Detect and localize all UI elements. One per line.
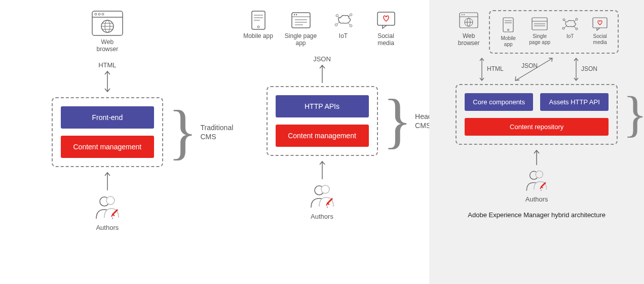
svg-point-44 [464,14,465,15]
column-hybrid: Web browser Mobile app Single page app I… [429,0,644,284]
svg-point-59 [576,28,578,30]
svg-point-28 [350,14,352,16]
svg-line-62 [564,26,566,28]
svg-text:JSON: JSON [521,62,538,69]
svg-point-29 [335,24,337,26]
icon-iot: IoT [559,16,581,48]
authors-icon [93,193,122,222]
icon-web-browser: Web browser [91,10,124,53]
svg-point-43 [462,14,463,15]
brace-hybrid: } Hybrid CMS [623,84,644,145]
social-icon [592,16,608,31]
spa-icon [291,10,311,30]
svg-text:JSON: JSON [581,65,597,72]
svg-point-30 [350,25,352,27]
icon-social: Social media [588,16,612,48]
arrow-up-icon [533,148,540,165]
block-assets-api: Assets HTTP API [540,93,609,111]
arrow-up-icon [104,170,111,190]
arrow-up-authors [104,170,111,190]
cms-container: HTTP APIs Content management [267,86,378,156]
top-icons: Web browser [91,10,124,53]
authors-icon [524,168,549,193]
block-core-components: Core components [465,93,533,111]
arrow-up-icon [319,63,326,83]
hybrid-caption: Adobe Experience Manager hybrid architec… [468,211,605,219]
svg-point-4 [102,13,104,15]
svg-point-22 [293,14,294,15]
icon-social: Social media [370,10,402,47]
arrow-up-down-icon [104,69,111,94]
svg-line-34 [348,23,350,25]
icon-iot: IoT [327,10,360,47]
arrow-up-authors [533,148,540,165]
arrow-up-authors [319,159,326,179]
svg-rect-35 [377,12,395,25]
block-content-mgmt: Content management [61,136,154,158]
arrow-up-icon [319,159,326,179]
authors-icon [308,182,336,211]
svg-point-58 [562,27,564,29]
top-icons: Mobile app Single page app IoT Social me… [242,10,402,47]
column-headless: Mobile app Single page app IoT Social me… [215,0,430,284]
authors-label: Authors [96,224,119,231]
block-http-apis: HTTP APIs [276,95,369,117]
cms-container: Core components Assets HTTP API Content … [456,84,618,145]
svg-point-23 [295,14,296,15]
svg-rect-48 [503,18,513,32]
icon-spa: Single page app [527,16,552,48]
cms-container: Front-end Content management [52,97,163,167]
mobile-app-icon [248,10,269,30]
web-browser-icon [91,10,124,36]
column-traditional: Web browser HTML Front-end Content manag… [0,0,215,284]
svg-point-51 [508,29,509,31]
icon-web-browser: Web browser [454,10,483,47]
social-icon [376,10,396,30]
mobile-app-icon [501,16,515,33]
icon-mobile-app: Mobile app [242,10,275,47]
svg-point-72 [536,171,543,178]
arrow-label-html: HTML [487,65,504,72]
arrow-html: HTML [98,61,116,94]
apps-container: Mobile app Single page app IoT Social me… [489,10,619,54]
icon-label: Web browser [91,38,124,53]
svg-rect-64 [593,18,607,28]
svg-point-39 [321,185,329,193]
svg-point-13 [106,196,115,205]
block-content-repo: Content repository [465,118,609,136]
svg-point-2 [95,13,97,15]
spa-icon [531,16,548,31]
svg-point-27 [336,15,338,17]
icon-spa: Single page app [285,10,317,47]
block-content-mgmt: Content management [276,125,369,147]
arrow-json: JSON [313,55,331,83]
authors-label: Authors [525,195,548,203]
iot-icon [333,10,354,30]
icon-mobile-app: Mobile app [496,16,520,48]
web-browser-icon [459,10,479,30]
svg-point-57 [576,18,578,20]
svg-point-3 [98,13,100,15]
svg-line-63 [574,26,576,28]
block-frontend: Front-end [61,106,154,129]
svg-line-33 [337,22,339,24]
iot-icon [561,16,579,31]
arrows-hybrid: HTML JSON JSON [456,54,618,84]
svg-point-19 [257,26,259,28]
svg-line-60 [564,20,566,22]
authors-label: Authors [311,213,333,220]
